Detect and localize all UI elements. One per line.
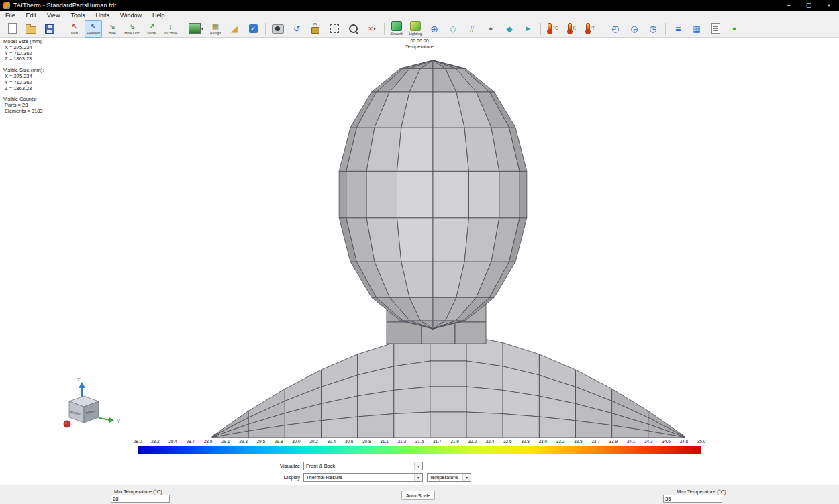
lighting-toggle[interactable]: Lighting bbox=[407, 20, 424, 38]
sphere-display[interactable]: ● bbox=[482, 20, 499, 38]
mesh-cell[interactable] bbox=[499, 171, 520, 217]
smooth-shading[interactable]: Smooth bbox=[388, 20, 405, 38]
zoom-tool[interactable] bbox=[344, 20, 362, 38]
mesh-cell[interactable] bbox=[466, 361, 503, 390]
mesh-cell[interactable] bbox=[394, 412, 430, 438]
mesh-cell[interactable] bbox=[366, 171, 397, 217]
display-select[interactable]: Thermal Results ▾ bbox=[303, 473, 423, 482]
max-temp-input[interactable] bbox=[663, 495, 722, 503]
hide-unselected[interactable]: ⇘Hide Unc bbox=[122, 20, 142, 38]
clock-icon-3[interactable]: ◷ bbox=[644, 20, 662, 38]
menu-window[interactable]: Window bbox=[115, 11, 147, 20]
auto-scale-button[interactable]: Auto Scale bbox=[401, 491, 435, 500]
colorbar-tick: 32.2 bbox=[468, 439, 477, 444]
close-button[interactable]: × bbox=[819, 0, 839, 11]
table-view[interactable]: ▦ bbox=[688, 20, 705, 38]
visualize-select[interactable]: Front & Back ▾ bbox=[303, 462, 423, 470]
mesh-cell[interactable] bbox=[455, 322, 486, 344]
units-fahrenheit[interactable]: °F bbox=[582, 20, 599, 38]
menu-view[interactable]: View bbox=[42, 11, 65, 20]
mesh-cell[interactable] bbox=[346, 171, 366, 217]
mesh-cell[interactable] bbox=[539, 417, 575, 438]
mesh-cell[interactable] bbox=[322, 417, 358, 438]
perspective-view[interactable]: ⊕ bbox=[426, 20, 443, 38]
mesh-cell[interactable] bbox=[387, 322, 422, 344]
maximize-button[interactable]: ▢ bbox=[799, 0, 819, 11]
y-axis-arrow bbox=[99, 418, 110, 420]
display-check[interactable]: ✓ bbox=[244, 20, 262, 38]
mesh-canvas[interactable] bbox=[0, 38, 839, 460]
measure-tool[interactable]: ◢ bbox=[226, 20, 243, 38]
mesh-cell[interactable] bbox=[433, 128, 469, 171]
mesh-cell[interactable] bbox=[430, 412, 466, 438]
units-kelvin-icon bbox=[568, 23, 572, 32]
mesh-cell[interactable] bbox=[433, 171, 469, 217]
units-fahrenheit-icon bbox=[586, 23, 590, 32]
mesh-cell[interactable] bbox=[469, 171, 499, 217]
mesh-cell[interactable] bbox=[433, 218, 469, 262]
solid-display-icon: ◆ bbox=[506, 25, 512, 33]
color-swatch-dropdown-icon[interactable]: ▾ bbox=[201, 26, 203, 31]
menu-file[interactable]: File bbox=[0, 11, 21, 20]
mesh-lines[interactable]: # bbox=[463, 20, 481, 38]
solid-display[interactable]: ◆ bbox=[501, 20, 518, 38]
zoom-region[interactable] bbox=[326, 20, 343, 38]
viewport-3d[interactable]: 00:00:00 Temperature Model Size (mm):X =… bbox=[0, 38, 839, 460]
menu-units[interactable]: Units bbox=[90, 11, 115, 20]
mesh-cell[interactable] bbox=[397, 171, 434, 217]
mesh-cell[interactable] bbox=[394, 361, 430, 390]
select-element-mode[interactable]: ↖Element bbox=[85, 20, 102, 38]
quantity-select[interactable]: Temperature ▾ bbox=[427, 473, 471, 482]
show-all-icon: ↗ bbox=[148, 23, 154, 30]
mesh-cell[interactable] bbox=[397, 218, 434, 262]
min-temp-input[interactable] bbox=[111, 495, 170, 503]
show-all[interactable]: ↗Show bbox=[143, 20, 160, 38]
clock-icon-1[interactable]: ◴ bbox=[607, 20, 624, 38]
hide-selected[interactable]: ↘Hide bbox=[103, 20, 121, 38]
clear-selection[interactable]: ×▾ bbox=[363, 20, 381, 38]
inverse-hide[interactable]: ↕Inv Hide bbox=[162, 20, 179, 38]
assign-color[interactable]: ▦Assign bbox=[207, 20, 224, 38]
mesh-cell[interactable] bbox=[358, 414, 394, 438]
colorbar-tick: 31.3 bbox=[397, 439, 406, 444]
run-status[interactable]: ● bbox=[726, 20, 743, 38]
mesh-cell[interactable] bbox=[394, 387, 430, 414]
units-kelvin[interactable]: K bbox=[563, 20, 581, 38]
open-file[interactable] bbox=[22, 20, 40, 38]
lock-view[interactable] bbox=[307, 20, 324, 38]
mesh-cell[interactable] bbox=[397, 128, 434, 171]
color-swatch-icon bbox=[189, 23, 201, 34]
orientation-triad[interactable]: Z FRONT RIGHT Y bbox=[57, 373, 124, 434]
select-part-mode[interactable]: ↖Part bbox=[66, 20, 83, 38]
save-file[interactable] bbox=[41, 20, 58, 38]
bounding-box-icon: ◇ bbox=[450, 24, 456, 33]
clear-selection-dropdown-icon[interactable]: ▾ bbox=[374, 26, 376, 31]
colorbar-tick: 30.6 bbox=[345, 439, 354, 444]
units-celsius[interactable]: °C bbox=[544, 20, 562, 38]
color-swatch[interactable]: ▾ bbox=[187, 20, 205, 38]
list-view[interactable]: ≡ bbox=[669, 20, 687, 38]
units-fahrenheit-icon-row: °F bbox=[586, 23, 596, 34]
menu-help[interactable]: Help bbox=[147, 11, 170, 20]
mesh-cell[interactable] bbox=[503, 414, 539, 438]
translate-tool[interactable]: ► bbox=[520, 20, 537, 38]
menu-tools[interactable]: Tools bbox=[65, 11, 90, 20]
model-info-panel: Model Size (mm):X = 275.234Y = 712.362Z … bbox=[3, 39, 44, 120]
new-file[interactable] bbox=[3, 20, 21, 38]
minimize-button[interactable]: – bbox=[779, 0, 799, 11]
mesh-cell[interactable] bbox=[520, 171, 527, 217]
mesh-cell[interactable] bbox=[339, 171, 346, 217]
show-all-icon-row: ↗ bbox=[148, 23, 154, 30]
mesh-cell[interactable] bbox=[430, 361, 466, 387]
max-temp-label: Max Temperature (°C) bbox=[677, 489, 726, 495]
clock-icon-2[interactable]: ◶ bbox=[626, 20, 643, 38]
report-view[interactable] bbox=[707, 20, 724, 38]
mesh-cell[interactable] bbox=[466, 412, 503, 438]
reset-view[interactable]: ↺ bbox=[288, 20, 305, 38]
mesh-cell[interactable] bbox=[430, 387, 466, 412]
mesh-cell[interactable] bbox=[466, 387, 503, 414]
screenshot[interactable] bbox=[269, 20, 287, 38]
colorbar-tick: 34.8 bbox=[679, 439, 688, 444]
bounding-box[interactable]: ◇ bbox=[444, 20, 462, 38]
menu-edit[interactable]: Edit bbox=[21, 11, 42, 20]
